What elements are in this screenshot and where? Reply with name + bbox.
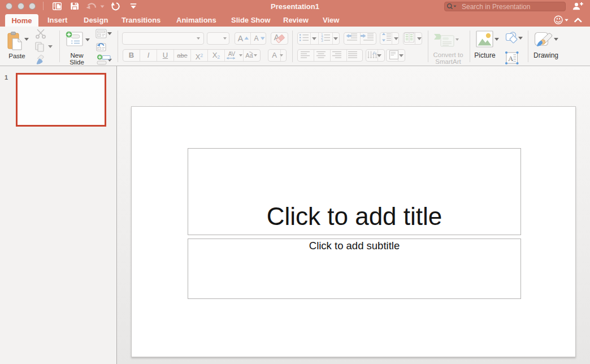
- svg-text:A: A: [508, 54, 514, 63]
